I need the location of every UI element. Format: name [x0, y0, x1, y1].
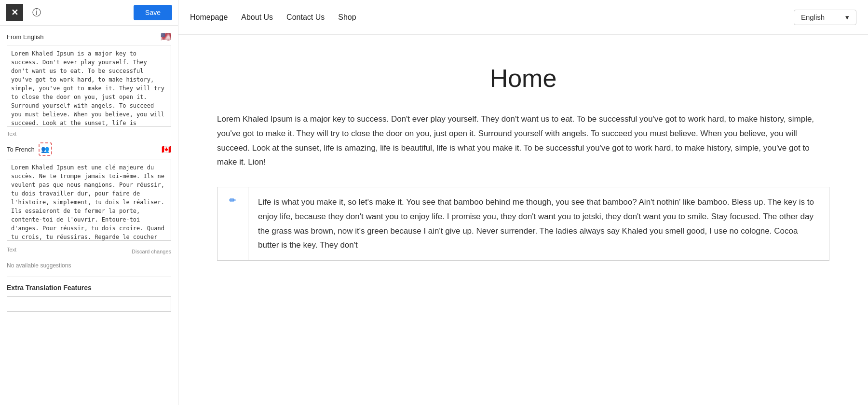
ai-icon-glyph: 👥 — [41, 145, 49, 153]
site-content: Home Lorem Khaled Ipsum is a major key t… — [178, 35, 868, 405]
nav-links: Homepage About Us Contact Us Shop — [190, 13, 356, 22]
extra-section: Extra Translation Features — [7, 277, 171, 312]
to-section: To French 👥 🇨🇦 Text Discard changes No a… — [7, 142, 171, 269]
lang-value: English — [801, 13, 825, 21]
edit-icon[interactable]: ✏ — [229, 195, 236, 206]
nav-link-about[interactable]: About Us — [241, 13, 273, 22]
to-type-label: Text — [7, 247, 16, 252]
nav-link-shop[interactable]: Shop — [338, 13, 356, 22]
nav-link-contact[interactable]: Contact Us — [286, 13, 325, 22]
chevron-down-icon: ▾ — [845, 13, 849, 22]
save-button[interactable]: Save — [134, 5, 172, 20]
left-panel: ✕ ⓘ Save From English 🇺🇸 Text To French … — [0, 0, 178, 405]
left-content: From English 🇺🇸 Text To French 👥 🇨🇦 Text… — [0, 26, 178, 405]
from-section-header: From English 🇺🇸 — [7, 31, 171, 42]
left-header: ✕ ⓘ Save — [0, 0, 178, 26]
info-button[interactable]: ⓘ — [28, 4, 45, 21]
to-lang-row: To French 👥 🇨🇦 — [7, 142, 171, 156]
quote-block: ✏ Life is what you make it, so let's mak… — [217, 187, 829, 261]
quote-text: Life is what you make it, so let's make … — [248, 187, 829, 260]
quote-icon-column: ✏ — [217, 187, 248, 260]
site-paragraph-1: Lorem Khaled Ipsum is a major key to suc… — [217, 112, 829, 169]
no-suggestions-text: No available suggestions — [7, 262, 171, 269]
from-text-area[interactable] — [7, 45, 171, 127]
site-title: Home — [217, 64, 829, 93]
nav-link-homepage[interactable]: Homepage — [190, 13, 228, 22]
language-selector[interactable]: English ▾ — [794, 10, 856, 25]
extra-title: Extra Translation Features — [7, 284, 171, 292]
to-lang-label: To French — [7, 146, 35, 153]
from-lang-label: From English — [7, 33, 44, 41]
to-lang-left: To French 👥 — [7, 142, 52, 156]
extra-input[interactable] — [7, 296, 171, 312]
site-nav: Homepage About Us Contact Us Shop Englis… — [178, 0, 868, 35]
discard-button[interactable]: Discard changes — [132, 249, 171, 254]
nav-right: English ▾ — [794, 10, 856, 25]
ai-icon: 👥 — [39, 142, 52, 156]
to-text-area[interactable] — [7, 159, 171, 241]
from-flag: 🇺🇸 — [161, 31, 171, 42]
close-button[interactable]: ✕ — [6, 4, 23, 21]
right-panel: Homepage About Us Contact Us Shop Englis… — [178, 0, 868, 405]
to-flag: 🇨🇦 — [162, 145, 171, 154]
from-type-label: Text — [7, 131, 171, 137]
